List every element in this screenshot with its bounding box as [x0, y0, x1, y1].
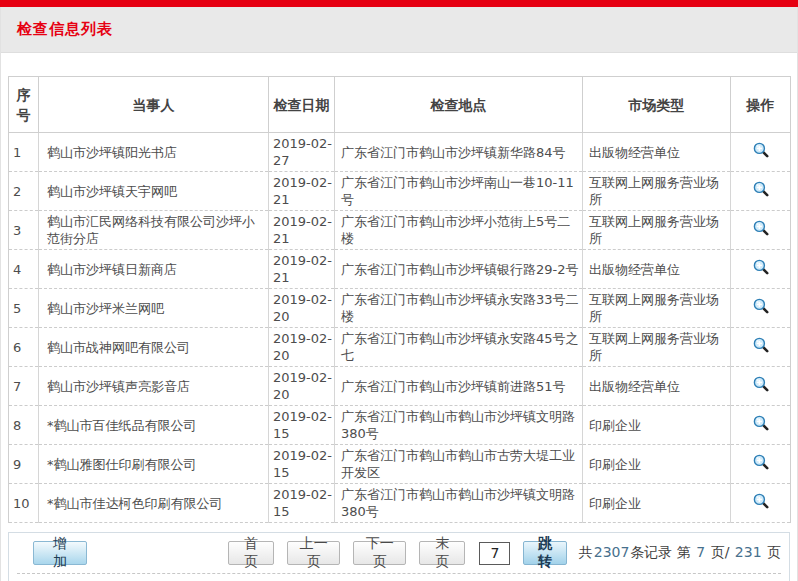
place-cell: 广东省江门市鹤山市沙坪镇前进路51号 — [335, 367, 583, 406]
row-number-cell: 7 — [9, 367, 39, 406]
party-cell: 鹤山市沙坪镇天宇网吧 — [39, 172, 269, 211]
date-cell: 2019-02-21 — [269, 172, 335, 211]
record-summary: 共2307条记录 第 7 页/ 231 页 — [579, 544, 781, 562]
party-cell: 鹤山市沙坪米兰网吧 — [39, 289, 269, 328]
market-type-cell: 出版物经营单位 — [583, 133, 731, 172]
summary-suffix: 页 — [763, 544, 781, 560]
market-type-cell: 出版物经营单位 — [583, 250, 731, 289]
party-cell: 鹤山市沙坪镇日新商店 — [39, 250, 269, 289]
date-cell: 2019-02-21 — [269, 211, 335, 250]
party-cell: *鹤山市百佳纸品有限公司 — [39, 406, 269, 445]
next-page-button[interactable]: 下一页 — [353, 541, 406, 565]
table-row: 9 *鹤山雅图仕印刷有限公司 2019-02-15 广东省江门市鹤山市鹤山市古劳… — [9, 445, 791, 484]
place-cell: 广东省江门市鹤山市沙坪镇永安路33号二楼 — [335, 289, 583, 328]
place-cell: 广东省江门市鹤山市沙坪镇新华路84号 — [335, 133, 583, 172]
magnifier-zoom-icon — [752, 258, 770, 276]
pagination: 首 页 上一页 下一页 末 页 跳转 — [228, 541, 567, 565]
date-cell: 2019-02-15 — [269, 406, 335, 445]
total-pages-number: 231 — [734, 544, 763, 560]
row-number-cell: 10 — [9, 484, 39, 523]
date-cell: 2019-02-20 — [269, 367, 335, 406]
col-header-no: 序号 — [9, 77, 39, 133]
footer-dashed-divider — [17, 573, 781, 574]
view-detail-button[interactable] — [752, 258, 770, 276]
party-cell: *鹤山雅图仕印刷有限公司 — [39, 445, 269, 484]
col-header-op: 操作 — [731, 77, 791, 133]
market-type-cell: 互联网上网服务营业场所 — [583, 172, 731, 211]
action-cell — [731, 172, 791, 211]
market-type-cell: 互联网上网服务营业场所 — [583, 289, 731, 328]
table-row: 1 鹤山市沙坪镇阳光书店 2019-02-27 广东省江门市鹤山市沙坪镇新华路8… — [9, 133, 791, 172]
market-type-cell: 印刷企业 — [583, 406, 731, 445]
summary-mid: 条记录 第 — [630, 544, 695, 560]
table-header-row: 序号 当事人 检查日期 检查地点 市场类型 操作 — [9, 77, 791, 133]
action-cell — [731, 289, 791, 328]
col-header-date: 检查日期 — [269, 77, 335, 133]
table-row: 6 鹤山市战神网吧有限公司 2019-02-20 广东省江门市鹤山市沙坪镇永安路… — [9, 328, 791, 367]
col-header-type: 市场类型 — [583, 77, 731, 133]
view-detail-button[interactable] — [752, 297, 770, 315]
col-header-place: 检查地点 — [335, 77, 583, 133]
top-accent-bar — [0, 0, 798, 7]
row-number-cell: 3 — [9, 211, 39, 250]
row-number-cell: 8 — [9, 406, 39, 445]
table-wrapper: 序号 当事人 检查日期 检查地点 市场类型 操作 1 鹤山市沙坪镇阳光书店 20… — [8, 76, 790, 523]
action-cell — [731, 445, 791, 484]
party-cell: 鹤山市汇民网络科技有限公司沙坪小范街分店 — [39, 211, 269, 250]
magnifier-zoom-icon — [752, 141, 770, 159]
party-cell: 鹤山市沙坪镇声亮影音店 — [39, 367, 269, 406]
view-detail-button[interactable] — [752, 453, 770, 471]
place-cell: 广东省江门市鹤山市沙坪镇银行路29-2号 — [335, 250, 583, 289]
view-detail-button[interactable] — [752, 375, 770, 393]
place-cell: 广东省江门市鹤山市沙坪镇永安路45号之七 — [335, 328, 583, 367]
title-band: 检查信息列表 — [1, 7, 797, 53]
magnifier-zoom-icon — [752, 336, 770, 354]
date-cell: 2019-02-21 — [269, 250, 335, 289]
place-cell: 广东省江门市鹤山市鹤山市沙坪镇文明路380号 — [335, 484, 583, 523]
view-detail-button[interactable] — [752, 336, 770, 354]
table-row: 3 鹤山市汇民网络科技有限公司沙坪小范街分店 2019-02-21 广东省江门市… — [9, 211, 791, 250]
market-type-cell: 印刷企业 — [583, 484, 731, 523]
current-page-number: 7 — [695, 544, 706, 560]
market-type-cell: 互联网上网服务营业场所 — [583, 328, 731, 367]
add-button[interactable]: 增 加 — [33, 541, 87, 565]
action-cell — [731, 406, 791, 445]
row-number-cell: 9 — [9, 445, 39, 484]
action-cell — [731, 367, 791, 406]
magnifier-zoom-icon — [752, 492, 770, 510]
first-page-button[interactable]: 首 页 — [228, 541, 274, 565]
table-row: 4 鹤山市沙坪镇日新商店 2019-02-21 广东省江门市鹤山市沙坪镇银行路2… — [9, 250, 791, 289]
total-records-count: 2307 — [593, 544, 631, 560]
date-cell: 2019-02-20 — [269, 328, 335, 367]
view-detail-button[interactable] — [752, 492, 770, 510]
party-cell: 鹤山市战神网吧有限公司 — [39, 328, 269, 367]
view-detail-button[interactable] — [752, 180, 770, 198]
table-row: 7 鹤山市沙坪镇声亮影音店 2019-02-20 广东省江门市鹤山市沙坪镇前进路… — [9, 367, 791, 406]
party-cell: 鹤山市沙坪镇阳光书店 — [39, 133, 269, 172]
magnifier-zoom-icon — [752, 219, 770, 237]
magnifier-zoom-icon — [752, 180, 770, 198]
magnifier-zoom-icon — [752, 297, 770, 315]
page-container: 检查信息列表 序号 当事人 检查日期 检查地点 市场类型 操作 1 鹤山市沙坪镇 — [0, 7, 798, 581]
last-page-button[interactable]: 末 页 — [419, 541, 465, 565]
action-cell — [731, 211, 791, 250]
market-type-cell: 出版物经营单位 — [583, 367, 731, 406]
prev-page-button[interactable]: 上一页 — [287, 541, 340, 565]
party-cell: *鹤山市佳达柯色印刷有限公司 — [39, 484, 269, 523]
table-row: 10 *鹤山市佳达柯色印刷有限公司 2019-02-15 广东省江门市鹤山市鹤山… — [9, 484, 791, 523]
inspection-table: 序号 当事人 检查日期 检查地点 市场类型 操作 1 鹤山市沙坪镇阳光书店 20… — [8, 76, 791, 523]
table-row: 5 鹤山市沙坪米兰网吧 2019-02-20 广东省江门市鹤山市沙坪镇永安路33… — [9, 289, 791, 328]
view-detail-button[interactable] — [752, 414, 770, 432]
row-number-cell: 6 — [9, 328, 39, 367]
action-cell — [731, 133, 791, 172]
magnifier-zoom-icon — [752, 414, 770, 432]
col-header-party: 当事人 — [39, 77, 269, 133]
jump-button[interactable]: 跳转 — [523, 541, 566, 565]
market-type-cell: 互联网上网服务营业场所 — [583, 211, 731, 250]
page-number-input[interactable] — [479, 542, 510, 565]
row-number-cell: 1 — [9, 133, 39, 172]
view-detail-button[interactable] — [752, 141, 770, 159]
view-detail-button[interactable] — [752, 219, 770, 237]
row-number-cell: 5 — [9, 289, 39, 328]
place-cell: 广东省江门市鹤山市沙坪南山一巷10-11号 — [335, 172, 583, 211]
